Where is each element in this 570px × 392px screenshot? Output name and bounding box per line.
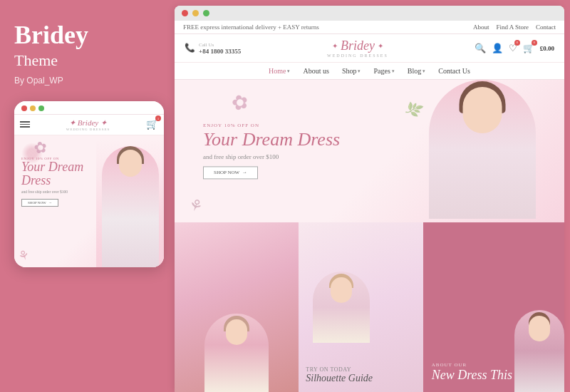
thumbnail-3[interactable]: About Our New Dress This Way [423, 222, 564, 392]
site-call-info: 📞 Call Us +84 1800 33355 [185, 42, 241, 55]
site-top-bar: FREE express international delivery + EA… [175, 21, 564, 34]
thumbnail-2[interactable]: Try on today Silhouette Guide [299, 222, 423, 392]
nav-item-shop[interactable]: Shop ▾ [342, 67, 361, 75]
brand-subtitle: Theme [14, 51, 58, 70]
thumb2-face [331, 277, 352, 303]
hero-enjoy-text: ENJOY 10% OFF ON [203, 123, 340, 128]
thumb2-title: Silhouette Guide [306, 373, 373, 385]
wishlist-icon[interactable]: ♡ 0 [509, 43, 517, 54]
thumb2-text: Try on today Silhouette Guide [306, 366, 373, 385]
call-number: +84 1800 33355 [199, 48, 241, 55]
nav-item-home[interactable]: Home ▾ [269, 67, 290, 75]
mobile-top-bar [14, 101, 164, 115]
hero-bride-face [463, 87, 502, 133]
logo-container: ✦ Bridey ✦ [327, 38, 388, 53]
mobile-free-ship: and free ship order over $100 [21, 190, 83, 194]
left-panel: Bridey Theme By Opal_WP ✦ Bridey ✦ WEDDI… [0, 0, 175, 392]
hero-text-block: ENJOY 10% OFF ON Your Dream Dress and fr… [203, 123, 340, 179]
mobile-cart-badge: 1 [155, 115, 161, 121]
site-header-icons: 🔍 👤 ♡ 0 🛒 0 £0.00 [475, 43, 554, 54]
mobile-mockup: ✦ Bridey ✦ WEDDING DRESSES 🛒 1 ✿ ENJOY 1… [14, 101, 164, 267]
hero-arrow-icon: → [242, 170, 247, 176]
nav-item-pages[interactable]: Pages ▾ [373, 67, 394, 75]
hero-leaf-icon: 🌿 [403, 98, 425, 120]
bride-face [119, 150, 142, 177]
mobile-hero: ✿ ENJOY 10% OFF ON Your Dream Dress and … [14, 135, 164, 267]
site-thumbnails: ✿ Try on today Silhouette Guide About Ou… [175, 222, 564, 392]
bride-figure [102, 146, 159, 267]
logo-leaf-right-icon: ✦ [378, 42, 383, 50]
brand-by: By Opal_WP [14, 76, 63, 86]
site-logo: ✦ Bridey ✦ WEDDING DRESSES [327, 38, 388, 58]
mobile-logo: ✦ Bridey ✦ WEDDING DRESSES [66, 118, 110, 131]
mobile-cart-icon[interactable]: 🛒 1 [146, 118, 158, 130]
hero-bride-image: ✿ [429, 80, 543, 222]
nav-item-about[interactable]: About us [303, 67, 328, 75]
mobile-hero-text: ENJOY 10% OFF ON Your Dream Dress and fr… [21, 157, 83, 207]
thumbnail-1[interactable]: ✿ [175, 222, 299, 392]
cart-icon[interactable]: 🛒 0 [523, 43, 534, 54]
mobile-flower-decor: ✿ [33, 138, 48, 158]
mobile-hamburger-icon[interactable] [20, 121, 30, 128]
thumb2-person [313, 272, 370, 343]
thumb1-person: ✿ [204, 314, 269, 392]
hero-bride-figure: ✿ [429, 80, 536, 219]
nav-item-blog[interactable]: Blog ▾ [408, 67, 425, 75]
nav-blog-arrow: ▾ [423, 68, 425, 74]
mobile-nav-bar: ✦ Bridey ✦ WEDDING DRESSES 🛒 1 [14, 115, 164, 135]
browser-chrome-bar [175, 6, 564, 21]
search-icon[interactable]: 🔍 [475, 43, 486, 54]
hero-shop-button[interactable]: SHOP NOW → [203, 167, 258, 180]
mobile-dot-green [38, 105, 44, 111]
call-details: Call Us +84 1800 33355 [199, 42, 241, 55]
nav-item-contact[interactable]: Contact Us [438, 67, 470, 75]
mobile-dot-yellow [30, 105, 36, 111]
site-top-links: About Find A Store Contact [473, 24, 556, 31]
thumb1-flower-icon: ✿ [260, 314, 267, 324]
mobile-dream-title: Your Dream Dress [21, 160, 83, 189]
brand-title: Bridey [14, 21, 88, 50]
thumb3-face [529, 316, 550, 341]
bride-hair-flower-icon: ✿ [522, 83, 530, 96]
thumb3-person [514, 310, 564, 392]
mobile-dot-red [21, 105, 27, 111]
site-header: 📞 Call Us +84 1800 33355 ✦ Bridey ✦ WEDD… [175, 34, 564, 63]
browser-dot-red [182, 10, 188, 16]
nav-pages-arrow: ▾ [392, 68, 395, 74]
top-link-about[interactable]: About [473, 24, 489, 31]
thumb2-label: Try on today [306, 366, 373, 373]
nav-home-arrow: ▾ [287, 68, 290, 74]
browser-dot-yellow [192, 10, 199, 16]
hero-subtitle: and free ship order over $100 [203, 154, 340, 161]
cart-price: £0.00 [540, 45, 554, 52]
top-link-store[interactable]: Find A Store [496, 24, 529, 31]
logo-leaf-left-icon: ✦ [332, 42, 338, 50]
site-navigation: Home ▾ About us Shop ▾ Pages ▾ Blog ▾ Co… [175, 63, 564, 80]
hero-flower-bottom-icon: ⚘ [186, 195, 206, 217]
mobile-shop-button[interactable]: SHOP NOW → [21, 199, 58, 207]
mobile-window-dots [21, 105, 44, 111]
mobile-bride-image [96, 139, 164, 267]
arrow-icon: → [48, 201, 52, 205]
browser-panel: FREE express international delivery + EA… [175, 6, 564, 392]
hero-title: Your Dream Dress [203, 128, 340, 150]
announcement-text: FREE express international delivery + EA… [183, 24, 319, 31]
account-icon[interactable]: 👤 [492, 43, 503, 54]
top-link-contact[interactable]: Contact [536, 24, 556, 31]
wishlist-badge: 0 [514, 40, 520, 46]
call-label: Call Us [199, 42, 241, 48]
phone-icon: 📞 [185, 43, 195, 53]
thumb1-face [226, 319, 247, 345]
site-logo-name: Bridey [341, 38, 375, 53]
site-hero-section: ✿ ⚘ 🌿 ENJOY 10% OFF ON Your Dream Dress … [175, 80, 564, 222]
mobile-logo-tagline: WEDDING DRESSES [66, 128, 110, 131]
browser-dot-green [203, 10, 209, 16]
site-logo-tagline: WEDDING DRESSES [327, 53, 388, 58]
mobile-logo-name: ✦ Bridey ✦ [66, 118, 110, 128]
hero-flower-top-icon: ✿ [229, 89, 251, 116]
nav-shop-arrow: ▾ [358, 68, 361, 74]
mobile-bottom-flower-icon: ⚘ [16, 247, 32, 265]
cart-badge: 0 [532, 40, 537, 46]
